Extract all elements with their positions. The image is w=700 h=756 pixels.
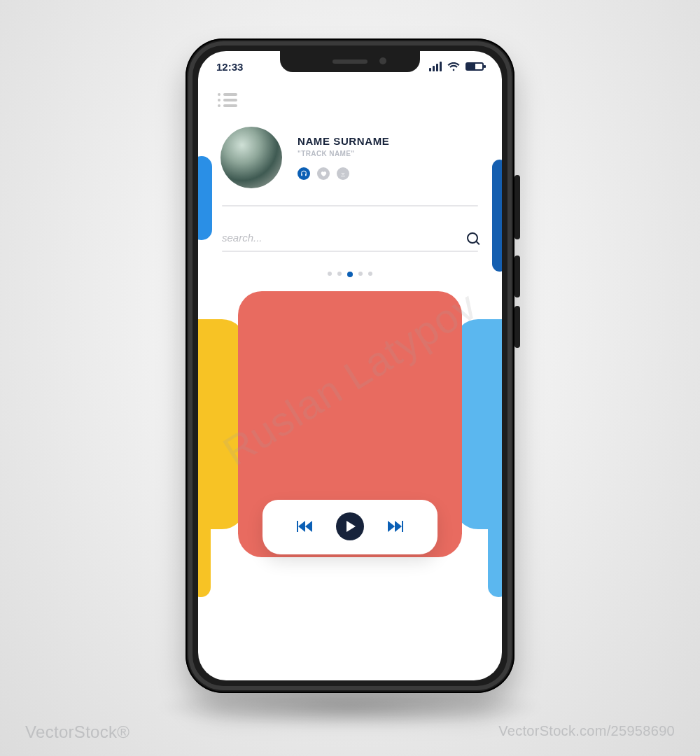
pager-dot[interactable] (328, 272, 332, 276)
profile-text: NAME SURNAME "TRACK NAME" (298, 135, 389, 180)
power-button[interactable] (514, 175, 520, 239)
pager-dots[interactable] (218, 272, 482, 277)
heart-icon[interactable] (317, 167, 330, 180)
track-name: "TRACK NAME" (298, 150, 389, 158)
stage: 12:33 NAME SURNAME "TRACK NAME" (0, 0, 700, 756)
artist-name: NAME SURNAME (298, 135, 389, 147)
pager-dot-active[interactable] (347, 272, 353, 277)
speaker-grill (332, 59, 368, 64)
status-time: 12:33 (216, 61, 243, 73)
status-right (429, 62, 484, 71)
next-track-button[interactable] (388, 521, 403, 532)
divider (222, 205, 478, 206)
avatar[interactable] (220, 127, 282, 188)
screen: 12:33 NAME SURNAME "TRACK NAME" (198, 51, 502, 680)
cellular-signal-icon (429, 62, 442, 71)
watermark-bottom-left: VectorStock® (25, 722, 130, 742)
search-row (222, 232, 478, 244)
play-button[interactable] (336, 512, 364, 540)
headphones-icon[interactable] (298, 167, 310, 180)
menu-icon[interactable] (218, 93, 237, 107)
search-icon[interactable] (467, 232, 478, 244)
pager-dot[interactable] (368, 272, 372, 276)
profile-row: NAME SURNAME "TRACK NAME" (218, 127, 482, 188)
prev-track-button[interactable] (297, 521, 312, 532)
pager-dot[interactable] (358, 272, 363, 276)
search-underline (222, 251, 478, 252)
mini-actions (298, 167, 389, 180)
search-input[interactable] (222, 232, 427, 244)
watermark-bottom-right: VectorStock.com/25958690 (498, 723, 675, 739)
phone-frame: 12:33 NAME SURNAME "TRACK NAME" (186, 38, 514, 693)
download-icon[interactable] (337, 167, 349, 180)
volume-up-button[interactable] (514, 255, 520, 298)
volume-down-button[interactable] (514, 306, 520, 348)
album-carousel[interactable] (218, 291, 482, 564)
battery-icon (465, 62, 484, 71)
notch (280, 51, 420, 72)
front-camera (379, 57, 386, 64)
content: NAME SURNAME "TRACK NAME" (198, 51, 502, 680)
player-controls (262, 500, 438, 554)
wifi-icon (447, 62, 460, 71)
pager-dot[interactable] (337, 272, 342, 276)
